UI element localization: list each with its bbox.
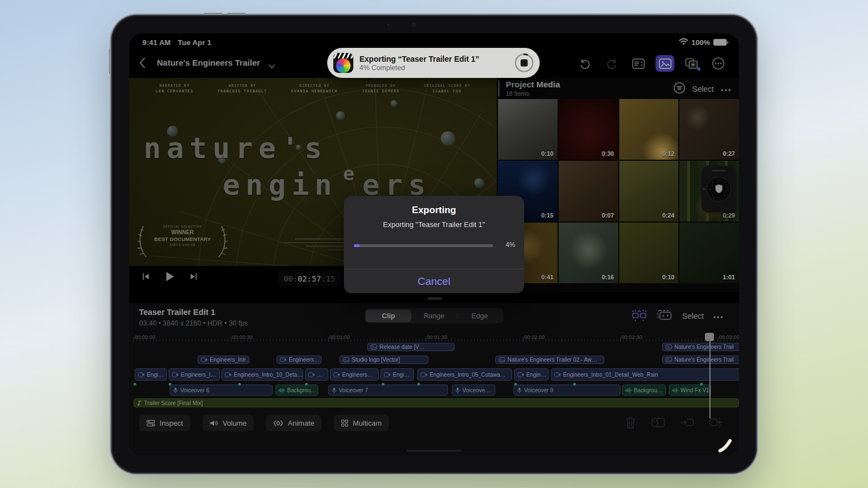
magnetic-timeline-button[interactable]: [631, 308, 648, 324]
timeline-clip[interactable]: Engin…: [514, 368, 549, 381]
skip-back-button[interactable]: [141, 272, 150, 283]
timeline-clip[interactable]: Studio logo [Vector]: [339, 356, 428, 364]
timeline-clip[interactable]: Engi…: [381, 368, 414, 381]
skip-forward-button[interactable]: [189, 272, 198, 283]
clip-label: …: [317, 372, 323, 378]
home-indicator[interactable]: [406, 450, 462, 452]
blade-button[interactable]: [651, 416, 665, 431]
timeline-clip[interactable]: Engineers_Intro_10_Deta…: [221, 368, 303, 381]
media-thumbnail[interactable]: 0:16: [559, 223, 618, 283]
ruler-timecode-label: 00:02:30: [622, 334, 642, 340]
overwrite-clip-button[interactable]: [709, 416, 723, 431]
redo-button[interactable]: [602, 55, 621, 72]
timeline-clip[interactable]: Nature's Engineers Trail: [662, 343, 739, 351]
clip-label: Engi…: [393, 372, 410, 378]
timeline-clip[interactable]: Engineers_Intro_05_Cutawa…: [417, 368, 512, 381]
media-thumbnail[interactable]: 0:30: [559, 99, 618, 160]
segment-range[interactable]: Range: [411, 309, 457, 322]
floating-dial-widget[interactable]: [702, 166, 736, 213]
chevron-down-icon[interactable]: [268, 61, 275, 71]
cancel-export-button[interactable]: Cancel: [344, 269, 524, 293]
inspector-button[interactable]: [629, 55, 648, 72]
clip-video-icon: [280, 357, 287, 362]
timeline-clip[interactable]: Backgrou…: [275, 385, 318, 396]
dial-control[interactable]: [707, 177, 731, 201]
playhead-handle[interactable]: [705, 333, 714, 341]
timeline-clip[interactable]: Engineers_I…: [169, 368, 220, 381]
segment-edge[interactable]: Edge: [457, 309, 502, 322]
timeline-clip[interactable]: Trailer Score [Final Mix]: [134, 398, 739, 407]
panel-resize-handle[interactable]: [427, 297, 442, 300]
media-thumbnail[interactable]: 0:24: [619, 161, 679, 221]
play-button[interactable]: [164, 270, 176, 285]
effects-badge: [697, 67, 701, 71]
clip-duration-badge: 0:30: [601, 150, 614, 157]
export-status-pill[interactable]: Exporting “Teaser Trailer Edit 1” 4% Com…: [327, 48, 540, 78]
clip-duration-badge: 0:12: [662, 150, 674, 157]
clip-label: Backgrou…: [287, 387, 316, 393]
timeline-clip[interactable]: Engineers_Intro_01_Detail_Web_Rain: [551, 368, 739, 381]
delete-button[interactable]: [624, 416, 637, 431]
final-cut-app-icon: [333, 53, 353, 73]
timeline-clip[interactable]: Engineers_Intr…: [198, 356, 249, 364]
undo-button[interactable]: [575, 55, 594, 72]
media-thumbnail[interactable]: 0:10: [619, 223, 679, 283]
more-button[interactable]: [709, 55, 728, 72]
media-more-button[interactable]: [721, 84, 731, 94]
dew-drop: [336, 111, 345, 120]
animate-icon: [273, 420, 283, 427]
timeline-more-button[interactable]: [713, 311, 723, 321]
media-select-button[interactable]: Select: [692, 85, 714, 93]
media-thumbnail[interactable]: 0:27: [679, 99, 739, 160]
animate-button[interactable]: Animate: [266, 415, 322, 431]
timeline-toolbar: InspectVolumeAnimateMulticam: [139, 415, 389, 431]
timeline-clip[interactable]: Engineers…: [277, 356, 322, 364]
media-thumbnail[interactable]: 0:10: [498, 99, 558, 160]
timeline-clip[interactable]: Voiceover 7: [328, 385, 448, 396]
inspect-button[interactable]: Inspect: [139, 415, 190, 431]
segment-clip[interactable]: Clip: [366, 309, 411, 322]
timeline-clip[interactable]: Release date [V…: [367, 343, 455, 351]
media-thumbnail[interactable]: 0:12: [619, 99, 679, 160]
select-tool-button[interactable]: [657, 308, 673, 324]
stop-export-button[interactable]: [514, 52, 535, 73]
timeline-select-button[interactable]: Select: [682, 312, 704, 321]
insert-clip-button[interactable]: [680, 416, 694, 431]
timeline-clip[interactable]: …: [305, 368, 328, 381]
project-title[interactable]: Nature's Engineers Trailer: [157, 58, 260, 67]
widget-drag-handle[interactable]: [712, 170, 726, 171]
media-browser-button[interactable]: [655, 55, 674, 72]
timeline-clip[interactable]: Backgrou…: [622, 385, 666, 396]
edit-point-dot: [382, 383, 384, 386]
timeline-clip[interactable]: Engineers…: [330, 368, 379, 381]
timeline-clip[interactable]: Nature's Engineers Trailer 02 - Aw…: [495, 356, 604, 364]
timeline-clip[interactable]: Voiceove…: [452, 385, 495, 396]
media-thumbnail[interactable]: 0:07: [559, 161, 618, 221]
timeline-clip[interactable]: Wind Fx V1: [669, 385, 711, 396]
filter-button[interactable]: [673, 82, 685, 96]
timeline-clip[interactable]: Voiceover 9: [514, 385, 620, 396]
clip-duration-badge: 0:10: [541, 150, 554, 157]
volume-icon: [210, 420, 218, 427]
scroll-indicator: [498, 80, 500, 97]
clip-duration-badge: 0:24: [662, 212, 674, 219]
clip-label: Voiceover 9: [524, 387, 553, 393]
clip-video-icon: [138, 372, 145, 377]
effects-button[interactable]: [682, 55, 701, 72]
timeline-clip[interactable]: Voiceover 6: [170, 385, 273, 396]
timeline-ruler[interactable]: 00:00:0000:00:3000:01:0000:01:3000:02:00…: [134, 334, 739, 342]
back-button[interactable]: [139, 57, 145, 71]
credit-name: FRANÇOIS THIBAULT: [218, 89, 267, 93]
volume-button[interactable]: Volume: [203, 415, 254, 431]
export-progress-percent: 4%: [506, 241, 515, 249]
playhead-line[interactable]: [709, 334, 711, 418]
clip-image-icon: [343, 357, 349, 362]
timeline-clip[interactable]: Nature's Engineers Trail: [662, 356, 739, 364]
status-bar: 9:41 AM Tue Apr 1 100%: [129, 37, 739, 49]
clip-label: Engi…: [147, 372, 164, 378]
multicam-button[interactable]: Multicam: [334, 415, 389, 431]
media-thumbnail[interactable]: 1:01: [679, 223, 739, 283]
clip-label: Nature's Engineers Trail: [674, 357, 733, 363]
credit-name: LEN CERVANTES: [156, 89, 194, 93]
timeline-clip[interactable]: Engi…: [135, 368, 167, 381]
